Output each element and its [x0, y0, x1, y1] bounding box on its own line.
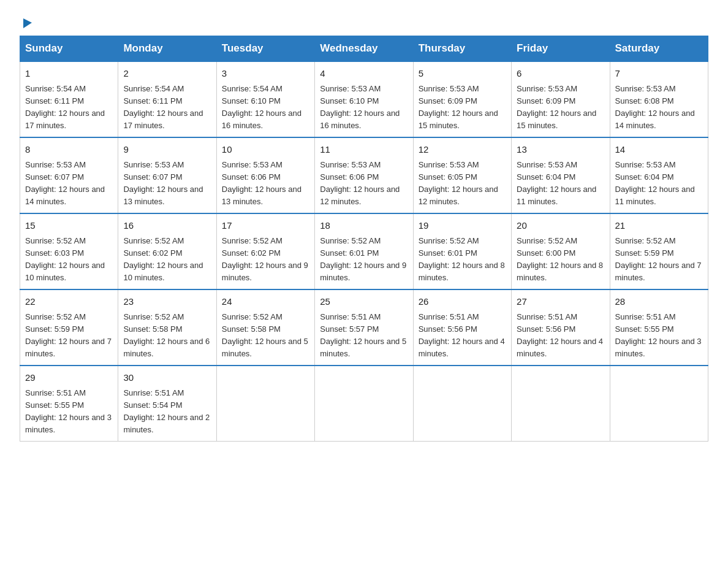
calendar-cell: 8Sunrise: 5:53 AMSunset: 6:07 PMDaylight…: [20, 137, 118, 213]
calendar-cell: 21Sunrise: 5:52 AMSunset: 5:59 PMDayligh…: [610, 213, 708, 289]
calendar-cell: 6Sunrise: 5:53 AMSunset: 6:09 PMDaylight…: [512, 61, 610, 137]
calendar-cell: [610, 366, 708, 442]
day-number: 11: [320, 143, 408, 157]
day-number: 30: [123, 371, 211, 385]
calendar-cell: 4Sunrise: 5:53 AMSunset: 6:10 PMDaylight…: [315, 61, 413, 137]
day-number: 5: [419, 67, 506, 81]
logo-triangle-icon: [21, 16, 34, 29]
day-info: Sunrise: 5:51 AMSunset: 5:55 PMDaylight:…: [25, 388, 112, 434]
calendar-cell: 3Sunrise: 5:54 AMSunset: 6:10 PMDaylight…: [216, 61, 314, 137]
day-number: 15: [25, 219, 113, 233]
day-number: 23: [123, 295, 211, 309]
weekday-header-monday: Monday: [118, 36, 216, 62]
weekday-header-thursday: Thursday: [413, 36, 511, 62]
calendar-cell: 25Sunrise: 5:51 AMSunset: 5:57 PMDayligh…: [315, 289, 413, 366]
calendar-cell: 1Sunrise: 5:54 AMSunset: 6:11 PMDaylight…: [20, 61, 118, 137]
day-info: Sunrise: 5:52 AMSunset: 6:00 PMDaylight:…: [517, 236, 603, 282]
calendar-cell: 12Sunrise: 5:53 AMSunset: 6:05 PMDayligh…: [413, 137, 511, 213]
calendar-cell: 24Sunrise: 5:52 AMSunset: 5:58 PMDayligh…: [216, 289, 314, 366]
day-number: 19: [419, 219, 506, 233]
weekday-header-row: SundayMondayTuesdayWednesdayThursdayFrid…: [20, 36, 708, 62]
day-number: 21: [615, 219, 703, 233]
calendar-cell: [512, 366, 610, 442]
day-number: 6: [517, 67, 604, 81]
day-number: 18: [320, 219, 408, 233]
day-info: Sunrise: 5:51 AMSunset: 5:55 PMDaylight:…: [615, 312, 702, 358]
day-number: 16: [123, 219, 211, 233]
day-info: Sunrise: 5:52 AMSunset: 6:02 PMDaylight:…: [123, 236, 203, 282]
calendar-cell: 18Sunrise: 5:52 AMSunset: 6:01 PMDayligh…: [315, 213, 413, 289]
calendar-cell: [315, 366, 413, 442]
calendar-cell: 20Sunrise: 5:52 AMSunset: 6:00 PMDayligh…: [512, 213, 610, 289]
calendar-cell: 30Sunrise: 5:51 AMSunset: 5:54 PMDayligh…: [118, 366, 216, 442]
week-row-1: 1Sunrise: 5:54 AMSunset: 6:11 PMDaylight…: [20, 61, 708, 137]
day-info: Sunrise: 5:53 AMSunset: 6:05 PMDaylight:…: [419, 160, 498, 206]
calendar-cell: 23Sunrise: 5:52 AMSunset: 5:58 PMDayligh…: [118, 289, 216, 366]
day-number: 8: [25, 143, 113, 157]
calendar-cell: 28Sunrise: 5:51 AMSunset: 5:55 PMDayligh…: [610, 289, 708, 366]
calendar-cell: 9Sunrise: 5:53 AMSunset: 6:07 PMDaylight…: [118, 137, 216, 213]
day-info: Sunrise: 5:51 AMSunset: 5:56 PMDaylight:…: [419, 312, 505, 358]
day-info: Sunrise: 5:53 AMSunset: 6:09 PMDaylight:…: [419, 84, 498, 130]
day-info: Sunrise: 5:53 AMSunset: 6:04 PMDaylight:…: [615, 160, 695, 206]
day-number: 14: [615, 143, 703, 157]
logo: [20, 15, 34, 29]
calendar-cell: 5Sunrise: 5:53 AMSunset: 6:09 PMDaylight…: [413, 61, 511, 137]
day-number: 9: [123, 143, 211, 157]
day-number: 25: [320, 295, 408, 309]
calendar-cell: [413, 366, 511, 442]
day-info: Sunrise: 5:52 AMSunset: 6:02 PMDaylight:…: [222, 236, 308, 282]
day-info: Sunrise: 5:52 AMSunset: 5:58 PMDaylight:…: [222, 312, 308, 358]
day-number: 4: [320, 67, 408, 81]
day-info: Sunrise: 5:54 AMSunset: 6:10 PMDaylight:…: [222, 84, 301, 130]
calendar-cell: 26Sunrise: 5:51 AMSunset: 5:56 PMDayligh…: [413, 289, 511, 366]
day-info: Sunrise: 5:52 AMSunset: 5:58 PMDaylight:…: [123, 312, 210, 358]
day-info: Sunrise: 5:54 AMSunset: 6:11 PMDaylight:…: [123, 84, 203, 130]
calendar-cell: 17Sunrise: 5:52 AMSunset: 6:02 PMDayligh…: [216, 213, 314, 289]
day-info: Sunrise: 5:51 AMSunset: 5:54 PMDaylight:…: [123, 388, 210, 434]
day-info: Sunrise: 5:51 AMSunset: 5:56 PMDaylight:…: [517, 312, 603, 358]
day-info: Sunrise: 5:52 AMSunset: 6:03 PMDaylight:…: [25, 236, 105, 282]
week-row-3: 15Sunrise: 5:52 AMSunset: 6:03 PMDayligh…: [20, 213, 708, 289]
calendar-cell: 22Sunrise: 5:52 AMSunset: 5:59 PMDayligh…: [20, 289, 118, 366]
day-info: Sunrise: 5:53 AMSunset: 6:04 PMDaylight:…: [517, 160, 596, 206]
weekday-header-wednesday: Wednesday: [315, 36, 413, 62]
day-number: 1: [25, 67, 113, 81]
day-info: Sunrise: 5:53 AMSunset: 6:07 PMDaylight:…: [123, 160, 203, 206]
week-row-2: 8Sunrise: 5:53 AMSunset: 6:07 PMDaylight…: [20, 137, 708, 213]
day-number: 13: [517, 143, 604, 157]
day-number: 27: [517, 295, 604, 309]
weekday-header-sunday: Sunday: [20, 36, 118, 62]
weekday-header-saturday: Saturday: [610, 36, 708, 62]
day-number: 28: [615, 295, 703, 309]
day-info: Sunrise: 5:53 AMSunset: 6:07 PMDaylight:…: [25, 160, 105, 206]
day-info: Sunrise: 5:52 AMSunset: 5:59 PMDaylight:…: [615, 236, 702, 282]
day-info: Sunrise: 5:53 AMSunset: 6:09 PMDaylight:…: [517, 84, 596, 130]
day-number: 12: [419, 143, 506, 157]
page-header: [20, 15, 708, 29]
calendar-cell: 13Sunrise: 5:53 AMSunset: 6:04 PMDayligh…: [512, 137, 610, 213]
calendar-cell: 29Sunrise: 5:51 AMSunset: 5:55 PMDayligh…: [20, 366, 118, 442]
calendar-cell: 11Sunrise: 5:53 AMSunset: 6:06 PMDayligh…: [315, 137, 413, 213]
day-number: 17: [222, 219, 309, 233]
calendar-cell: 16Sunrise: 5:52 AMSunset: 6:02 PMDayligh…: [118, 213, 216, 289]
day-info: Sunrise: 5:53 AMSunset: 6:10 PMDaylight:…: [320, 84, 400, 130]
day-number: 7: [615, 67, 703, 81]
day-info: Sunrise: 5:52 AMSunset: 6:01 PMDaylight:…: [419, 236, 505, 282]
day-info: Sunrise: 5:53 AMSunset: 6:06 PMDaylight:…: [222, 160, 301, 206]
day-number: 10: [222, 143, 309, 157]
day-number: 29: [25, 371, 113, 385]
calendar-cell: 15Sunrise: 5:52 AMSunset: 6:03 PMDayligh…: [20, 213, 118, 289]
day-number: 26: [419, 295, 506, 309]
day-info: Sunrise: 5:52 AMSunset: 5:59 PMDaylight:…: [25, 312, 112, 358]
calendar-cell: 14Sunrise: 5:53 AMSunset: 6:04 PMDayligh…: [610, 137, 708, 213]
weekday-header-tuesday: Tuesday: [216, 36, 314, 62]
week-row-4: 22Sunrise: 5:52 AMSunset: 5:59 PMDayligh…: [20, 289, 708, 366]
day-number: 2: [123, 67, 211, 81]
day-info: Sunrise: 5:53 AMSunset: 6:06 PMDaylight:…: [320, 160, 400, 206]
day-number: 22: [25, 295, 113, 309]
calendar-table: SundayMondayTuesdayWednesdayThursdayFrid…: [20, 36, 708, 442]
calendar-cell: 19Sunrise: 5:52 AMSunset: 6:01 PMDayligh…: [413, 213, 511, 289]
week-row-5: 29Sunrise: 5:51 AMSunset: 5:55 PMDayligh…: [20, 366, 708, 442]
day-info: Sunrise: 5:51 AMSunset: 5:57 PMDaylight:…: [320, 312, 406, 358]
